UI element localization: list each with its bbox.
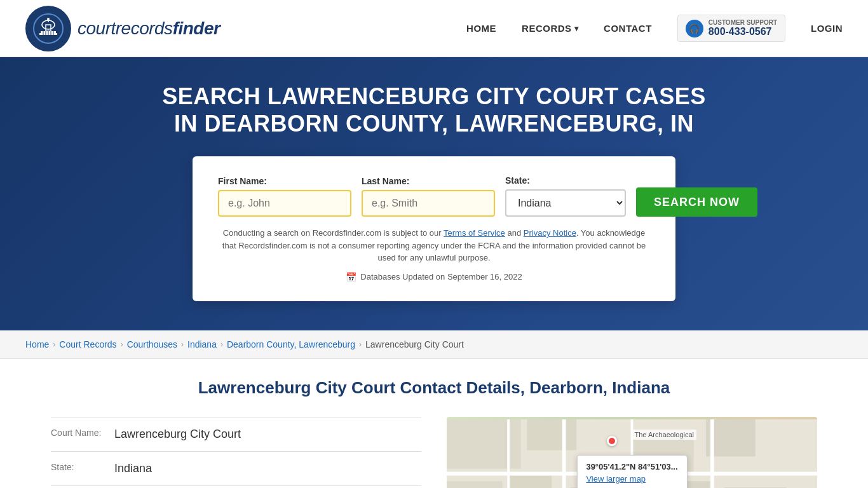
nav-home[interactable]: HOME — [466, 23, 496, 34]
first-name-label: First Name: — [218, 176, 351, 186]
detail-row-court-name: Court Name: Lawrenceburg City Court — [51, 417, 421, 452]
breadcrumb-sep-3: › — [181, 340, 184, 349]
support-text: CUSTOMER SUPPORT 800-433-0567 — [709, 19, 777, 37]
search-button[interactable]: SEARCH NOW — [636, 187, 757, 217]
breadcrumb: Home › Court Records › Courthouses › Ind… — [0, 330, 868, 359]
map-coords: 39°05'41.2"N 84°51'03... — [586, 462, 677, 471]
nav-records[interactable]: RECORDS ▾ — [522, 23, 578, 34]
detail-row-state: State: Indiana — [51, 452, 421, 486]
details-panel: Court Name: Lawrenceburg City Court Stat… — [51, 417, 421, 488]
calendar-icon: 📅 — [346, 272, 356, 282]
first-name-input[interactable] — [218, 190, 351, 217]
main-nav: HOME RECORDS ▾ CONTACT 🎧 CUSTOMER SUPPOR… — [466, 15, 843, 42]
breadcrumb-current: Lawrenceburg City Court — [365, 339, 464, 349]
breadcrumb-sep-4: › — [220, 340, 223, 349]
svg-rect-17 — [447, 481, 502, 488]
site-header: courtrecordsfinder HOME RECORDS ▾ CONTAC… — [0, 0, 868, 57]
map-panel: The Archaeological 39°05'41.2"N 84°51'03… — [447, 417, 817, 488]
logo-icon — [25, 6, 71, 51]
map-tooltip: 39°05'41.2"N 84°51'03... View larger map — [576, 455, 687, 488]
court-name-label: Court Name: — [51, 428, 108, 438]
breadcrumb-court-records[interactable]: Court Records — [59, 339, 116, 349]
breadcrumb-sep-5: › — [359, 340, 362, 349]
state-detail-label: State: — [51, 462, 108, 472]
hero-section: SEARCH LAWRENCEBURG CITY COURT CASES IN … — [0, 57, 868, 330]
state-select[interactable]: Indiana Alabama Alaska Arizona Californi… — [505, 189, 626, 217]
content-grid: Court Name: Lawrenceburg City Court Stat… — [51, 417, 817, 488]
terms-link[interactable]: Terms of Service — [444, 228, 505, 238]
court-name-value: Lawrenceburg City Court — [114, 428, 241, 441]
breadcrumb-indiana[interactable]: Indiana — [187, 339, 217, 349]
search-disclaimer: Conducting a search on Recordsfinder.com… — [218, 227, 650, 264]
logo-text: courtrecordsfinder — [78, 18, 220, 39]
breadcrumb-courthouses[interactable]: Courthouses — [127, 339, 177, 349]
breadcrumb-home[interactable]: Home — [25, 339, 49, 349]
breadcrumb-sep-2: › — [121, 340, 123, 349]
nav-contact[interactable]: CONTACT — [604, 23, 652, 34]
svg-rect-18 — [508, 475, 552, 488]
state-group: State: Indiana Alabama Alaska Arizona Ca… — [505, 175, 626, 217]
search-fields: First Name: Last Name: State: Indiana Al… — [218, 175, 650, 217]
last-name-input[interactable] — [362, 190, 495, 217]
first-name-group: First Name: — [218, 176, 351, 217]
svg-point-11 — [47, 18, 50, 20]
last-name-label: Last Name: — [362, 176, 495, 186]
hero-title: SEARCH LAWRENCEBURG CITY COURT CASES IN … — [148, 83, 720, 137]
logo-area[interactable]: courtrecordsfinder — [25, 6, 220, 51]
nav-login[interactable]: LOGIN — [811, 23, 843, 34]
breadcrumb-dearborn[interactable]: Dearborn County, Lawrenceburg — [227, 339, 355, 349]
headset-icon: 🎧 — [686, 20, 703, 37]
db-updated: 📅 Databases Updated on September 16, 202… — [218, 272, 650, 282]
section-title: Lawrenceburg City Court Contact Details,… — [51, 378, 817, 398]
customer-support[interactable]: 🎧 CUSTOMER SUPPORT 800-433-0567 — [677, 15, 785, 42]
map-location-label: The Archaeological — [632, 430, 697, 440]
map-pin — [607, 436, 617, 446]
state-detail-value: Indiana — [114, 462, 152, 475]
search-card: First Name: Last Name: State: Indiana Al… — [193, 156, 675, 301]
svg-rect-14 — [527, 419, 576, 451]
view-larger-map-link[interactable]: View larger map — [586, 474, 646, 484]
state-label: State: — [505, 175, 626, 186]
chevron-down-icon: ▾ — [574, 24, 579, 33]
breadcrumb-sep-1: › — [53, 340, 55, 349]
last-name-group: Last Name: — [362, 176, 495, 217]
map-bg: The Archaeological 39°05'41.2"N 84°51'03… — [447, 417, 817, 488]
main-content: Lawrenceburg City Court Contact Details,… — [0, 359, 868, 488]
privacy-link[interactable]: Privacy Notice — [524, 228, 576, 238]
